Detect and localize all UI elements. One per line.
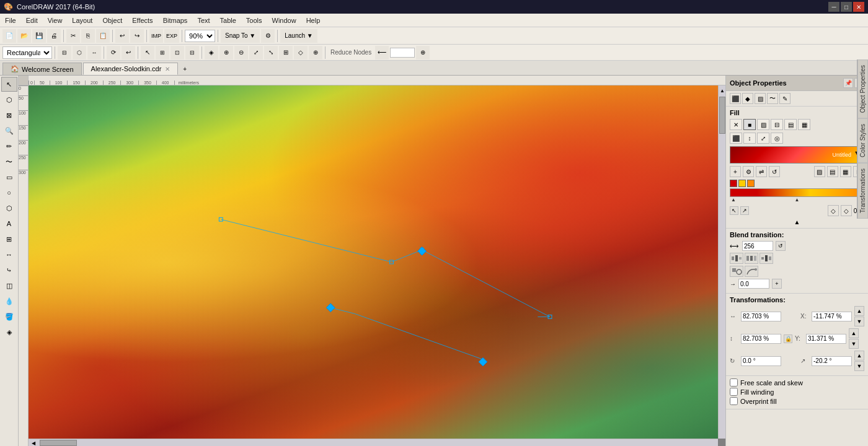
fill-postscript-btn[interactable]: ▦ [798, 119, 810, 130]
text-tool[interactable]: A [1, 216, 17, 231]
color-reverse-btn[interactable]: ↺ [769, 166, 780, 177]
t2-btn13[interactable]: ⤡ [264, 46, 278, 59]
menu-effects[interactable]: Effects [127, 15, 157, 25]
blend-icon2[interactable] [745, 253, 758, 264]
fill-pattern-btn[interactable]: ⊟ [771, 119, 783, 130]
menu-view[interactable]: View [43, 15, 68, 25]
t2-btn4[interactable]: ⟳ [107, 46, 120, 59]
color-add-btn[interactable]: + [730, 166, 741, 177]
fill-winding-checkbox[interactable] [730, 388, 738, 396]
stop-arrow-right[interactable]: ↗ [740, 206, 749, 215]
t2-btn7[interactable]: ⊡ [170, 46, 184, 59]
free-scale-checkbox[interactable] [730, 378, 738, 387]
scroll-left-btn[interactable]: ◀ [29, 439, 38, 446]
menu-text[interactable]: Text [192, 15, 215, 25]
fill-tool[interactable]: 🪣 [1, 309, 17, 324]
collapse-btn[interactable]: ▲ [730, 218, 864, 225]
panel-icon-5[interactable]: ✎ [779, 93, 790, 104]
print-button[interactable]: 🖨 [47, 29, 61, 43]
smart-draw-tool[interactable]: 〜 [1, 154, 17, 169]
height-input[interactable] [741, 334, 781, 344]
t2-btn14[interactable]: ⊞ [279, 46, 293, 59]
canvas-content[interactable] [29, 85, 718, 439]
save-button[interactable]: 💾 [32, 29, 46, 43]
pointer-tool[interactable]: ↖ [1, 77, 17, 92]
copy-button[interactable]: ⎘ [81, 29, 95, 43]
angle-input[interactable] [741, 356, 781, 366]
paste-button[interactable]: 📋 [96, 29, 110, 43]
panel-icon-3[interactable]: ▨ [755, 93, 766, 104]
x-up-btn[interactable]: ▲ [854, 306, 864, 316]
panel-icon-2[interactable]: ◆ [742, 93, 753, 104]
gradient-linear-btn[interactable]: ⬛ [730, 133, 742, 144]
import-button[interactable]: IMP [149, 29, 163, 43]
polygon-tool[interactable]: ⬡ [1, 201, 17, 216]
gradient-color-bar[interactable] [730, 188, 864, 197]
menu-table[interactable]: Table [215, 15, 241, 25]
skew-up-btn[interactable]: ▲ [854, 351, 864, 361]
skew-input[interactable] [812, 356, 852, 366]
color-stop-orange[interactable] [747, 180, 755, 187]
t2-btn11[interactable]: ⊖ [234, 46, 248, 59]
t2-btn15[interactable]: ◇ [294, 46, 308, 59]
menu-object[interactable]: Object [97, 15, 127, 25]
t2-btn16[interactable]: ⊕ [309, 46, 322, 59]
vertical-scrollbar[interactable]: ▲ [718, 85, 725, 439]
maximize-button[interactable]: □ [841, 2, 852, 12]
dimension-tool[interactable]: ↔ [1, 247, 17, 262]
t2-btn1[interactable]: ⊟ [58, 46, 71, 59]
checker-btn1[interactable]: ▨ [814, 166, 825, 177]
skew-down-btn[interactable]: ▼ [854, 361, 864, 371]
close-button[interactable]: ✕ [853, 2, 864, 12]
blend-tool[interactable]: ◫ [1, 278, 17, 293]
midpoint-btn[interactable]: ◇ [828, 205, 839, 216]
canvas-area[interactable]: 0 50 100 150 200 250 300 350 400 millime… [19, 76, 725, 446]
new-button[interactable]: 📄 [2, 29, 16, 43]
launch-button[interactable]: Launch ▼ [280, 29, 317, 43]
undo-button[interactable]: ↩ [115, 29, 129, 43]
panel-pin-btn[interactable]: 📌 [843, 78, 853, 88]
color-stop-yellow[interactable] [738, 180, 746, 187]
redo-button[interactable]: ↪ [130, 29, 144, 43]
t2-btn6[interactable]: ⊞ [156, 46, 169, 59]
cut-button[interactable]: ✂ [66, 29, 80, 43]
menu-window[interactable]: Window [267, 15, 301, 25]
blend-refresh-btn[interactable]: ↺ [776, 241, 786, 251]
tab-welcome[interactable]: 🏠 Welcome Screen [2, 63, 82, 75]
marker-mid[interactable]: ▲ [795, 197, 800, 203]
checker-btn2[interactable]: ▤ [827, 166, 838, 177]
zoom-tool[interactable]: 🔍 [1, 123, 17, 138]
color-settings-btn[interactable]: ⚙ [743, 166, 754, 177]
transform-pick[interactable]: ↖ [141, 46, 154, 59]
t2-btn2[interactable]: ⬡ [73, 46, 86, 59]
t2-btn17[interactable]: ⟵ [375, 46, 389, 59]
freehand-tool[interactable]: ✏ [1, 139, 17, 154]
x-input[interactable] [812, 312, 852, 321]
open-button[interactable]: 📂 [17, 29, 31, 43]
horizontal-scrollbar[interactable]: ◀ [29, 439, 718, 446]
checker-btn3[interactable]: ▦ [840, 166, 851, 177]
stop-arrow-left[interactable]: ↖ [730, 206, 738, 215]
blend-angle-add[interactable]: + [772, 279, 782, 289]
gradient-radial-btn[interactable]: ↕ [743, 133, 756, 144]
table-tool[interactable]: ⊞ [1, 232, 17, 247]
rotate-icon1[interactable] [730, 266, 743, 277]
t2-btn18[interactable]: ⊕ [416, 46, 430, 59]
artwork[interactable] [29, 85, 718, 439]
zoom-select[interactable]: 90% [185, 30, 215, 42]
blend-angle-input[interactable] [738, 279, 769, 289]
nodes-input[interactable] [390, 48, 415, 58]
menu-help[interactable]: Help [301, 15, 326, 25]
t2-btn10[interactable]: ⊕ [219, 46, 233, 59]
t2-btn3[interactable]: ↔ [87, 46, 101, 59]
title-controls[interactable]: ─ □ ✕ [828, 2, 864, 12]
tab-close-icon[interactable]: ✕ [165, 66, 170, 72]
menu-edit[interactable]: Edit [21, 15, 43, 25]
fill-none-btn[interactable]: ✕ [730, 119, 742, 130]
ellipse-tool[interactable]: ○ [1, 185, 17, 200]
width-input[interactable] [741, 312, 781, 321]
side-tab-color-styles[interactable]: Color Styles [857, 118, 868, 163]
blend-icon1[interactable] [730, 253, 743, 264]
scroll-thumb-v[interactable] [719, 97, 725, 134]
y-input[interactable] [806, 334, 846, 344]
